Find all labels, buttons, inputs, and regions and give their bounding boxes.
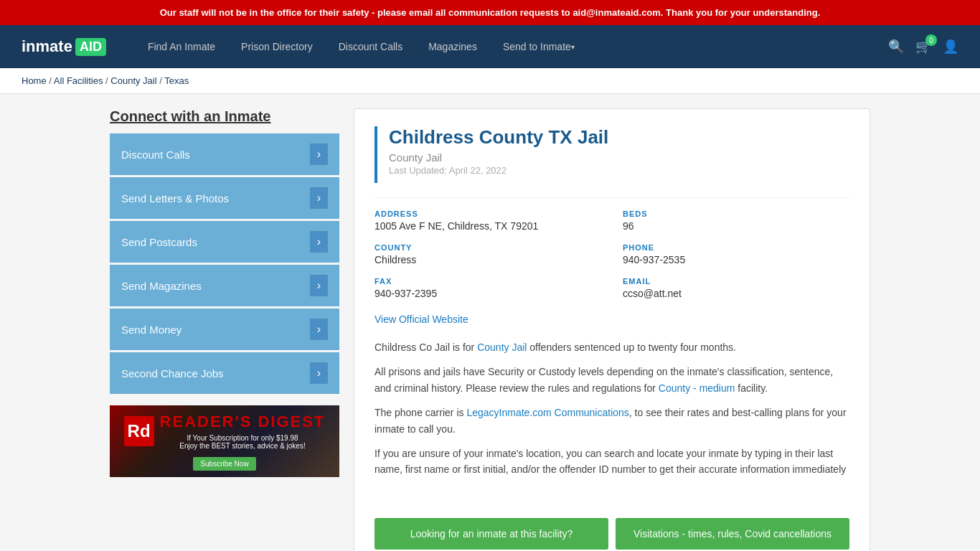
ad-rd-logo: Rd: [124, 416, 154, 446]
breadcrumb-county-jail[interactable]: County Jail: [110, 75, 156, 86]
arrow-icon: ›: [310, 319, 328, 340]
sidebar-item-discount-calls[interactable]: Discount Calls ›: [110, 133, 339, 175]
legacy-inmate-link[interactable]: LegacyInmate.com Communications: [466, 407, 628, 418]
arrow-icon: ›: [310, 231, 328, 253]
nav-prison-directory[interactable]: Prison Directory: [228, 25, 326, 68]
arrow-icon: ›: [310, 275, 328, 296]
desc-para-4: If you are unsure of your inmate's locat…: [374, 446, 849, 478]
sidebar-item-label: Discount Calls: [121, 149, 190, 161]
nav-icons: 🔍 🛒 0 👤: [888, 39, 958, 55]
cart-icon[interactable]: 🛒 0: [915, 39, 931, 55]
fax-label: FAX: [374, 277, 601, 286]
address-block: ADDRESS 1005 Ave F NE, Childress, TX 792…: [374, 209, 601, 232]
desc-para-1: Childress Co Jail is for County Jail off…: [374, 339, 849, 355]
desc-3-text: The phone carrier is: [374, 407, 466, 418]
sidebar-item-label: Send Money: [121, 324, 182, 336]
sidebar-item-second-chance-jobs[interactable]: Second Chance Jobs ›: [110, 352, 339, 394]
email-block: EMAIL ccso@att.net: [623, 277, 849, 299]
last-updated: Last Updated: April 22, 2022: [377, 165, 849, 176]
search-icon[interactable]: 🔍: [888, 39, 904, 55]
breadcrumb-home[interactable]: Home: [22, 75, 47, 86]
nav-discount-calls[interactable]: Discount Calls: [326, 25, 415, 68]
breadcrumb-all-facilities[interactable]: All Facilities: [54, 75, 103, 86]
sidebar-ad: Rd READER'S DIGEST If Your Subscription …: [110, 405, 339, 477]
arrow-icon: ›: [310, 143, 328, 165]
desc-2-end: facility.: [735, 382, 768, 394]
beds-value: 96: [623, 220, 849, 232]
visitations-button[interactable]: Visitations - times, rules, Covid cancel…: [616, 518, 849, 550]
sidebar-item-label: Send Letters & Photos: [121, 192, 229, 204]
nav-find-inmate[interactable]: Find An Inmate: [135, 25, 228, 68]
facility-description: Childress Co Jail is for County Jail off…: [374, 339, 849, 478]
address-value: 1005 Ave F NE, Childress, TX 79201: [374, 220, 601, 232]
sidebar-menu: Discount Calls › Send Letters & Photos ›…: [110, 133, 339, 394]
fax-value: 940-937-2395: [374, 288, 601, 299]
facility-content: Childress County TX Jail County Jail Las…: [354, 108, 870, 551]
arrow-icon: ›: [310, 187, 328, 209]
breadcrumb-state[interactable]: Texas: [164, 75, 189, 86]
logo-inmate-text: inmate: [22, 37, 72, 56]
ad-brand: READER'S DIGEST: [160, 413, 326, 431]
cart-badge: 0: [925, 34, 937, 46]
ad-promo1: If Your Subscription for only $19.98: [160, 434, 326, 442]
address-label: ADDRESS: [374, 209, 601, 218]
county-value: Childress: [374, 254, 601, 265]
alert-banner: Our staff will not be in the office for …: [0, 0, 980, 25]
beds-block: BEDS 96: [623, 209, 849, 232]
view-website-link[interactable]: View Official Website: [374, 314, 468, 325]
arrow-icon: ›: [310, 362, 328, 384]
ad-subscribe-button[interactable]: Subscribe Now: [193, 457, 255, 471]
looking-for-inmate-button[interactable]: Looking for an inmate at this facility?: [374, 518, 608, 550]
user-icon[interactable]: 👤: [943, 39, 958, 55]
facility-title: Childress County TX Jail: [377, 126, 849, 149]
breadcrumb: Home / All Facilities / County Jail / Te…: [0, 68, 980, 94]
phone-value: 940-937-2535: [623, 254, 849, 265]
nav-send-to-inmate[interactable]: Send to Inmate: [490, 25, 588, 68]
beds-label: BEDS: [623, 209, 849, 218]
county-medium-link[interactable]: County - medium: [659, 382, 735, 394]
county-block: COUNTY Childress: [374, 243, 601, 265]
sidebar-item-label: Send Postcards: [121, 236, 197, 248]
divider: [374, 197, 849, 198]
fax-block: FAX 940-937-2395: [374, 277, 601, 299]
nav-magazines[interactable]: Magazines: [415, 25, 490, 68]
ad-content: Rd READER'S DIGEST If Your Subscription …: [110, 405, 339, 477]
sidebar-item-send-magazines[interactable]: Send Magazines ›: [110, 265, 339, 306]
main-layout: Connect with an Inmate Discount Calls › …: [95, 108, 885, 551]
ad-promo2: Enjoy the BEST stories, advice & jokes!: [160, 442, 326, 450]
email-label: EMAIL: [623, 277, 849, 286]
info-grid: ADDRESS 1005 Ave F NE, Childress, TX 792…: [374, 209, 849, 299]
desc-para-3: The phone carrier is LegacyInmate.com Co…: [374, 405, 849, 437]
email-value: ccso@att.net: [623, 288, 849, 299]
facility-type: County Jail: [377, 151, 849, 164]
logo[interactable]: inmateAID: [22, 37, 106, 56]
main-nav: Find An Inmate Prison Directory Discount…: [135, 25, 888, 68]
desc-1-text: Childress Co Jail is for: [374, 342, 477, 353]
county-label: COUNTY: [374, 243, 601, 252]
sidebar-item-send-postcards[interactable]: Send Postcards ›: [110, 221, 339, 263]
phone-block: PHONE 940-937-2535: [623, 243, 849, 265]
header: inmateAID Find An Inmate Prison Director…: [0, 25, 980, 68]
desc-1-end: offenders sentenced up to twenty four mo…: [527, 342, 736, 353]
alert-text: Our staff will not be in the office for …: [160, 7, 821, 18]
sidebar: Connect with an Inmate Discount Calls › …: [110, 108, 339, 551]
county-jail-link[interactable]: County Jail: [477, 342, 527, 353]
logo-aid-text: AID: [75, 38, 106, 56]
phone-label: PHONE: [623, 243, 849, 252]
content-inner: Childress County TX Jail County Jail Las…: [354, 109, 870, 504]
sidebar-item-label: Second Chance Jobs: [121, 367, 224, 380]
sidebar-item-send-money[interactable]: Send Money ›: [110, 309, 339, 350]
sidebar-item-label: Send Magazines: [121, 280, 202, 292]
bottom-buttons: Looking for an inmate at this facility? …: [354, 504, 870, 551]
desc-para-2: All prisons and jails have Security or C…: [374, 364, 849, 396]
facility-header: Childress County TX Jail County Jail Las…: [374, 126, 849, 183]
connect-title: Connect with an Inmate: [110, 108, 339, 125]
sidebar-item-send-letters[interactable]: Send Letters & Photos ›: [110, 177, 339, 219]
